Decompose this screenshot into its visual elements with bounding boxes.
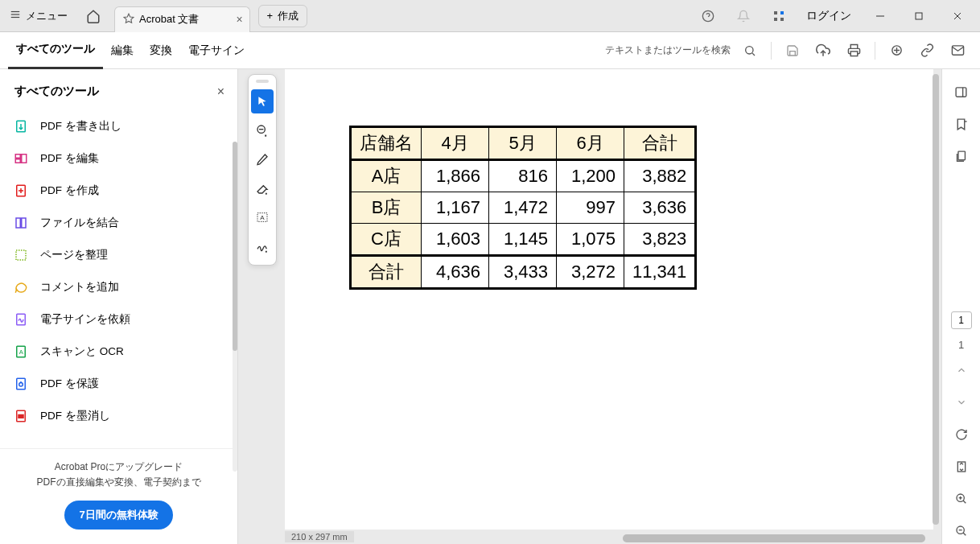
sidebar-item[interactable]: Aスキャンと OCR (6, 336, 231, 368)
tab-all-tools-label: すべてのツール (16, 42, 95, 56)
sidebar-item[interactable]: PDF を書き出し (6, 110, 231, 142)
save-button[interactable] (778, 36, 807, 65)
horizontal-scrollbar[interactable] (623, 534, 925, 542)
svg-rect-47 (958, 151, 966, 160)
search-button[interactable] (735, 36, 764, 65)
zoom-in-button[interactable] (949, 486, 974, 512)
svg-rect-28 (22, 218, 26, 228)
tool-icon (13, 183, 29, 199)
zoom-in-icon (955, 492, 968, 505)
horizontal-scrollbar-thumb[interactable] (623, 534, 925, 542)
ai-button[interactable] (882, 36, 911, 65)
sidebar-item[interactable]: ページを整理 (6, 239, 231, 271)
sidebar-item[interactable]: PDF を編集 (6, 142, 231, 175)
tab-esign[interactable]: 電子サイン (180, 32, 253, 69)
close-icon (953, 11, 962, 21)
cell: 1,866 (422, 160, 489, 192)
home-icon (86, 9, 101, 23)
page-dimensions: 210 x 297 mm (285, 531, 354, 542)
right-panel: 1 1 (941, 69, 980, 544)
link-button[interactable] (912, 36, 941, 65)
page-view[interactable]: 店舗名4月5月6月合計 A店1,8668161,2003,882B店1,1671… (285, 69, 933, 530)
tab-edit-label: 編集 (111, 43, 134, 58)
new-tab-label: 作成 (278, 9, 299, 23)
sidebar-scrollbar[interactable] (233, 142, 237, 472)
current-page-input[interactable]: 1 (951, 311, 972, 329)
panel-toggle-button[interactable] (949, 79, 974, 105)
pencil-icon (256, 153, 269, 166)
svg-rect-22 (15, 159, 20, 163)
zoom-out-button[interactable] (949, 518, 974, 544)
pages-button[interactable] (949, 143, 974, 169)
drag-handle-icon[interactable] (256, 80, 269, 83)
sidebar-item[interactable]: PDF を作成 (6, 175, 231, 207)
text-tool[interactable]: A (251, 205, 274, 229)
tab-all-tools[interactable]: すべてのツール (8, 32, 103, 69)
sidebar-item[interactable]: コメントを追加 (6, 271, 231, 303)
svg-line-55 (963, 533, 966, 535)
sidebar-scrollbar-thumb[interactable] (233, 142, 237, 351)
sign-tool[interactable]: . (251, 234, 274, 258)
pages-icon (954, 150, 968, 163)
help-button[interactable] (692, 0, 724, 32)
svg-rect-16 (850, 52, 858, 56)
divider (875, 42, 875, 60)
tab-convert[interactable]: 変換 (142, 32, 180, 69)
fit-button[interactable] (949, 454, 974, 480)
svg-rect-44 (956, 87, 966, 96)
bookmark-button[interactable] (949, 111, 974, 137)
mail-icon (951, 43, 965, 57)
window-minimize-button[interactable] (863, 0, 898, 32)
share-button[interactable] (943, 36, 972, 65)
sidebar-close-button[interactable]: × (217, 84, 224, 99)
new-tab-button[interactable]: + 作成 (258, 5, 308, 27)
sidebar-title: すべてのツール (14, 84, 99, 99)
svg-text:A: A (260, 214, 265, 221)
zoom-tool[interactable]: . (251, 118, 274, 142)
sidebar-item[interactable]: ファイルを結合 (6, 207, 231, 239)
print-button[interactable] (839, 36, 868, 65)
svg-marker-3 (124, 14, 134, 23)
login-button[interactable]: ログイン (798, 0, 859, 32)
sparkle-icon (890, 43, 904, 57)
floating-toolbar[interactable]: . . A . (248, 74, 277, 266)
cloud-button[interactable] (809, 36, 838, 65)
apps-button[interactable] (763, 0, 795, 32)
page-down-button[interactable] (949, 389, 974, 415)
sidebar-footer: Acrobat Proにアップグレード PDFの直接編集や変換、電子契約まで 7… (0, 448, 237, 544)
text-box-icon: A (256, 211, 269, 224)
sidebar-item[interactable]: 電子サインを依頼 (6, 303, 231, 336)
tab-edit[interactable]: 編集 (103, 32, 142, 69)
window-close-button[interactable] (940, 0, 975, 32)
tool-icon (13, 150, 29, 167)
cell: 1,472 (489, 192, 557, 224)
tab-close-button[interactable]: × (236, 13, 242, 26)
menu-button[interactable]: メニュー (0, 0, 77, 31)
trial-button[interactable]: 7日間の無料体験 (64, 501, 172, 530)
sidebar-header: すべてのツール × (0, 69, 237, 107)
signature-icon: . (256, 240, 269, 253)
draw-tool[interactable] (251, 147, 274, 171)
sidebar-item-label: 電子サインを依頼 (40, 312, 130, 327)
erase-tool[interactable]: . (251, 176, 274, 200)
svg-rect-7 (780, 11, 784, 14)
svg-rect-9 (780, 18, 784, 21)
eraser-icon: . (256, 182, 269, 195)
sidebar-item[interactable]: PDF を保護 (6, 368, 231, 400)
notification-button[interactable] (727, 0, 760, 32)
sidebar-item[interactable]: PDF を墨消し (6, 400, 231, 432)
svg-point-14 (746, 46, 753, 53)
vertical-scrollbar-thumb[interactable] (933, 74, 939, 525)
cell: 11,341 (624, 256, 696, 289)
window-maximize-button[interactable] (901, 0, 937, 32)
select-tool[interactable] (251, 89, 274, 113)
home-button[interactable] (77, 0, 109, 32)
document-tab[interactable]: Acrobat 文書 × (114, 6, 250, 32)
vertical-scrollbar[interactable] (930, 74, 941, 528)
table-row: C店1,6031,1451,0753,823 (351, 224, 696, 256)
rotate-button[interactable] (949, 422, 974, 447)
page-up-button[interactable] (949, 357, 974, 383)
cell: 3,823 (624, 224, 696, 256)
svg-point-34 (19, 383, 23, 387)
save-icon (786, 44, 799, 57)
